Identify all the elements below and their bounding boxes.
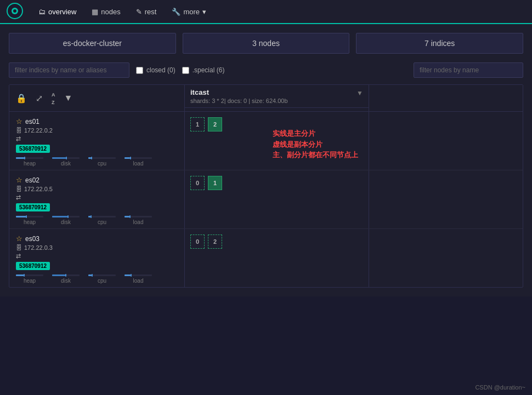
index-meta: shards: 3 * 2| docs: 0 | size: 624.00b: [190, 98, 363, 104]
nodes-count: 3 nodes: [252, 39, 280, 48]
node-attr: ⇄: [16, 194, 178, 201]
metric-label-disk: disk: [61, 161, 71, 167]
metric-bar-fill: [16, 216, 26, 217]
table-body: 实线是主分片 虚线是副本分片 主、副分片都在不同节点上 ☆ es01 🗄 172…: [9, 112, 523, 287]
metric-label-heap: heap: [24, 219, 36, 225]
metric-cpu: cpu: [88, 274, 116, 284]
db-icon: 🗄: [16, 127, 22, 134]
index-name: itcast: [190, 88, 363, 96]
metric-label-disk: disk: [61, 219, 71, 225]
nodes-count-box: 3 nodes: [183, 33, 350, 54]
closed-checkbox-label[interactable]: closed (0): [136, 66, 176, 74]
metric-bar-load: [124, 216, 152, 217]
metric-bar-marker: [131, 274, 132, 277]
attr-icon: ⇄: [16, 194, 21, 201]
lock-icon[interactable]: 🔒: [16, 93, 27, 104]
table-row: ☆ es01 🗄 172.22.0.2 ⇄ 536870912 heap: [9, 112, 523, 170]
node-metrics: heap disk cpu load: [16, 272, 178, 284]
node-shards: 0 1: [185, 170, 369, 228]
nav-nodes[interactable]: ▦ nodes: [85, 4, 127, 19]
node-name: ☆ es02: [16, 176, 178, 184]
special-label: .special (6): [193, 66, 225, 74]
metric-bar-fill: [52, 157, 66, 159]
metric-heap: heap: [16, 216, 43, 225]
special-checkbox-label[interactable]: .special (6): [182, 66, 225, 74]
metric-bar-heap: [16, 216, 43, 217]
metric-disk: disk: [52, 157, 80, 167]
sort-az-icon[interactable]: A Z: [52, 90, 55, 106]
nav-rest[interactable]: ✎ rest: [129, 4, 163, 19]
node-ip-text: 172.22.0.2: [24, 127, 53, 134]
summary-row: es-docker-cluster 3 nodes 7 indices: [9, 33, 523, 54]
metric-bar-marker: [24, 274, 25, 277]
shard-replica[interactable]: 0: [190, 176, 205, 190]
shard-replica[interactable]: 1: [190, 117, 205, 131]
node-name-text: es01: [25, 118, 39, 125]
node-metrics: heap disk cpu load: [16, 214, 178, 225]
metric-label-cpu: cpu: [98, 278, 106, 284]
nav-nodes-label: nodes: [101, 8, 120, 16]
cluster-name-box: es-docker-cluster: [9, 33, 176, 54]
expand-icon[interactable]: ⤢: [36, 93, 43, 104]
metric-bar-marker: [92, 274, 93, 277]
metric-bar-fill: [124, 216, 129, 217]
metric-disk: disk: [52, 274, 80, 284]
metric-label-load: load: [133, 219, 144, 225]
watermark-text: CSDN @duration~: [475, 384, 525, 391]
index-expand-icon[interactable]: ▼: [356, 89, 363, 97]
nav-overview[interactable]: 🗂 overview: [32, 4, 83, 19]
metric-bar-marker: [130, 157, 131, 159]
main-table: 🔒 ⤢ A Z ▼ ▼ itcast shards: 3 * 2| docs: …: [9, 84, 523, 288]
nav-overview-label: overview: [48, 8, 76, 16]
filter-nodes-input[interactable]: [414, 62, 523, 78]
node-attr: ⇄: [16, 135, 178, 142]
svg-point-2: [13, 9, 16, 13]
chevron-down-icon: ▾: [202, 8, 206, 16]
node-shards: 1 2: [185, 112, 369, 170]
metric-bar-cpu: [88, 274, 116, 276]
metric-heap: heap: [16, 157, 43, 167]
metric-bar-disk: [52, 216, 80, 217]
metric-bar-fill: [52, 274, 65, 276]
node-id-badge: 536870912: [16, 203, 50, 211]
indices-count: 7 indices: [425, 39, 455, 48]
metric-bar-heap: [16, 274, 43, 276]
metric-bar-marker: [26, 215, 27, 218]
metric-load: load: [124, 216, 152, 225]
node-name-text: es02: [25, 176, 39, 184]
metric-load: load: [124, 274, 152, 284]
metric-bar-load: [124, 157, 152, 159]
shard-replica[interactable]: 2: [208, 234, 222, 249]
metric-bar-marker: [66, 157, 67, 159]
metric-bar-marker: [91, 157, 92, 159]
metric-bar-cpu: [88, 157, 116, 159]
closed-checkbox[interactable]: [136, 67, 143, 74]
header-controls: 🔒 ⤢ A Z ▼: [9, 85, 184, 111]
node-info: ☆ es03 🗄 172.22.0.3 ⇄ 536870912 heap: [9, 229, 185, 287]
db-icon: 🗄: [16, 186, 22, 192]
node-name-text: es03: [25, 235, 39, 243]
sort-dropdown-icon[interactable]: ▼: [64, 93, 73, 103]
metric-bar-marker: [24, 157, 25, 159]
node-ip-text: 172.22.0.5: [24, 186, 53, 192]
nav-more[interactable]: 🔧 more ▾: [165, 4, 213, 19]
metric-bar-fill: [16, 274, 24, 276]
nodes-icon: ▦: [92, 8, 98, 16]
shard-primary[interactable]: 1: [208, 176, 222, 190]
topnav: 🗂 overview ▦ nodes ✎ rest 🔧 more ▾: [0, 0, 532, 24]
metric-bar-disk: [52, 274, 80, 276]
node-info: ☆ es02 🗄 172.22.0.5 ⇄ 536870912 heap: [9, 170, 185, 228]
shard-replica[interactable]: 0: [190, 234, 205, 249]
metric-label-heap: heap: [24, 278, 36, 284]
shard-primary[interactable]: 2: [208, 117, 222, 131]
table-row: ☆ es03 🗄 172.22.0.3 ⇄ 536870912 heap: [9, 229, 523, 287]
special-checkbox[interactable]: [182, 67, 189, 74]
node-ip: 🗄 172.22.0.5: [16, 186, 178, 192]
node-info: ☆ es01 🗄 172.22.0.2 ⇄ 536870912 heap: [9, 112, 185, 170]
node-attr: ⇄: [16, 253, 178, 260]
star-icon: ☆: [16, 234, 22, 243]
col-extra-header: [369, 85, 523, 111]
filter-indices-input[interactable]: [9, 62, 129, 78]
metric-heap: heap: [16, 274, 43, 284]
main-content: es-docker-cluster 3 nodes 7 indices clos…: [0, 24, 532, 296]
